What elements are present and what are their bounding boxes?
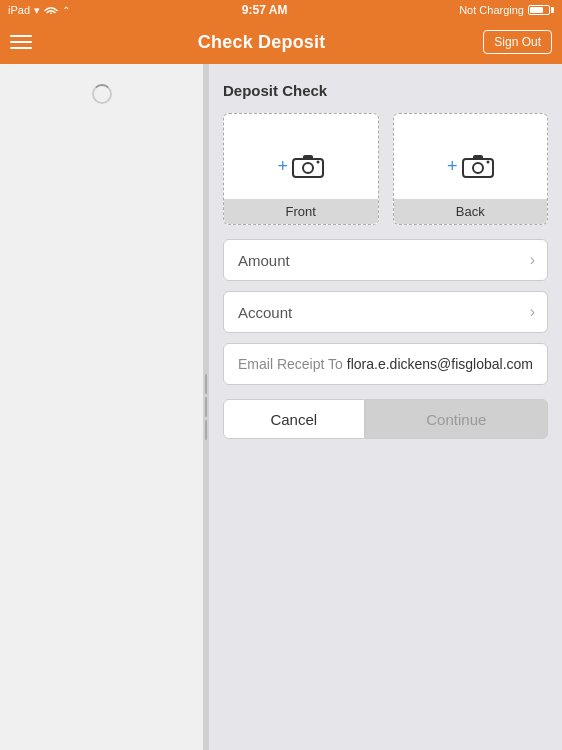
- charging-label: Not Charging: [459, 4, 524, 16]
- device-label: iPad: [8, 4, 30, 16]
- main-layout: Deposit Check +: [0, 64, 562, 750]
- account-field[interactable]: Account ›: [223, 291, 548, 333]
- deposit-check-title: Deposit Check: [223, 82, 548, 99]
- front-camera-icon: [292, 152, 324, 182]
- status-left: iPad ▾ ⌃: [8, 4, 70, 17]
- back-camera-icon: [462, 152, 494, 182]
- back-plus-icon: +: [447, 156, 458, 177]
- sign-out-button[interactable]: Sign Out: [483, 30, 552, 54]
- email-value: flora.e.dickens@fisglobal.com: [347, 356, 533, 372]
- svg-point-0: [50, 13, 52, 15]
- front-label: Front: [224, 199, 378, 224]
- svg-rect-3: [303, 155, 313, 160]
- amount-chevron-icon: ›: [530, 251, 535, 269]
- email-prefix-label: Email Receipt To: [238, 356, 343, 372]
- account-label: Account: [238, 304, 292, 321]
- photo-row: + Front: [223, 113, 548, 225]
- back-label: Back: [394, 199, 548, 224]
- cancel-button[interactable]: Cancel: [223, 399, 365, 439]
- page-title: Check Deposit: [198, 32, 326, 53]
- status-bar: iPad ▾ ⌃ 9:57 AM Not Charging: [0, 0, 562, 20]
- left-panel: [0, 64, 203, 750]
- front-plus-icon: +: [278, 156, 289, 177]
- svg-point-6: [473, 163, 483, 173]
- amount-field[interactable]: Amount ›: [223, 239, 548, 281]
- right-panel: Deposit Check +: [209, 64, 562, 750]
- back-photo-icon-wrap: +: [447, 152, 494, 182]
- amount-label: Amount: [238, 252, 290, 269]
- wifi-bars: [44, 4, 58, 16]
- svg-point-2: [303, 163, 313, 173]
- wifi-icon: ▾: [34, 4, 40, 17]
- svg-point-8: [486, 160, 489, 163]
- account-chevron-icon: ›: [530, 303, 535, 321]
- continue-button[interactable]: Continue: [365, 399, 548, 439]
- menu-button[interactable]: [10, 27, 40, 57]
- email-receipt-field[interactable]: Email Receipt To flora.e.dickens@fisglob…: [223, 343, 548, 385]
- action-buttons-row: Cancel Continue: [223, 399, 548, 439]
- back-photo-button[interactable]: + Back: [393, 113, 549, 225]
- svg-point-4: [317, 160, 320, 163]
- battery-icon: [528, 5, 554, 15]
- status-time: 9:57 AM: [242, 3, 288, 17]
- svg-rect-7: [473, 155, 483, 160]
- nav-bar: Check Deposit Sign Out: [0, 20, 562, 64]
- front-photo-button[interactable]: + Front: [223, 113, 379, 225]
- status-right: Not Charging: [459, 4, 554, 16]
- signal-arrow: ⌃: [62, 5, 70, 16]
- loading-spinner: [92, 84, 112, 104]
- front-photo-icon-wrap: +: [278, 152, 325, 182]
